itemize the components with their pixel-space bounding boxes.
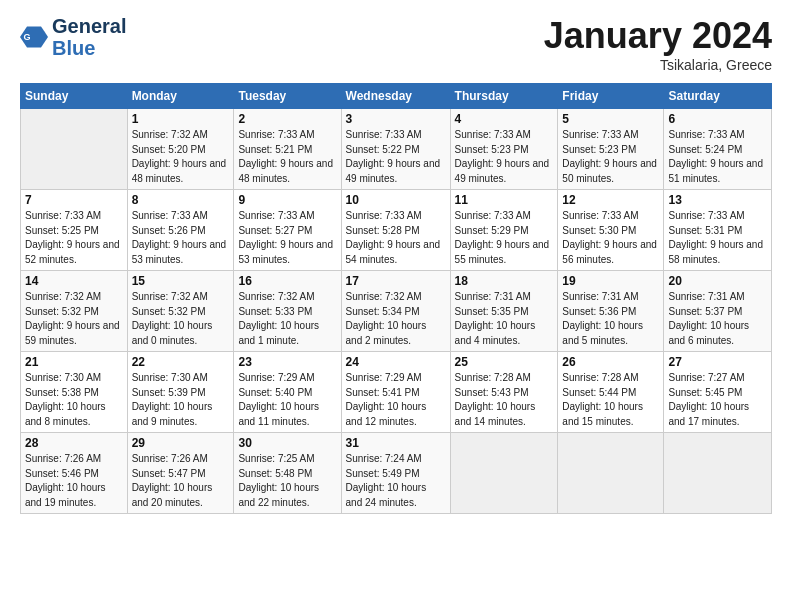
day-info: Sunrise: 7:25 AMSunset: 5:48 PMDaylight:… xyxy=(238,452,336,510)
day-number: 25 xyxy=(455,355,554,369)
day-number: 14 xyxy=(25,274,123,288)
calendar-day-cell xyxy=(450,433,558,514)
svg-text:G: G xyxy=(24,32,31,42)
weekday-header: Friday xyxy=(558,84,664,109)
day-number: 3 xyxy=(346,112,446,126)
day-info: Sunrise: 7:27 AMSunset: 5:45 PMDaylight:… xyxy=(668,371,767,429)
calendar-day-cell xyxy=(21,109,128,190)
day-info: Sunrise: 7:24 AMSunset: 5:49 PMDaylight:… xyxy=(346,452,446,510)
calendar-day-cell: 11Sunrise: 7:33 AMSunset: 5:29 PMDayligh… xyxy=(450,190,558,271)
day-info: Sunrise: 7:32 AMSunset: 5:32 PMDaylight:… xyxy=(132,290,230,348)
calendar-day-cell: 25Sunrise: 7:28 AMSunset: 5:43 PMDayligh… xyxy=(450,352,558,433)
page: G General Blue January 2024 Tsikalaria, … xyxy=(0,0,792,612)
day-info: Sunrise: 7:31 AMSunset: 5:36 PMDaylight:… xyxy=(562,290,659,348)
day-number: 6 xyxy=(668,112,767,126)
calendar-day-cell xyxy=(558,433,664,514)
day-info: Sunrise: 7:30 AMSunset: 5:39 PMDaylight:… xyxy=(132,371,230,429)
day-info: Sunrise: 7:33 AMSunset: 5:24 PMDaylight:… xyxy=(668,128,767,186)
day-info: Sunrise: 7:32 AMSunset: 5:32 PMDaylight:… xyxy=(25,290,123,348)
calendar-day-cell: 10Sunrise: 7:33 AMSunset: 5:28 PMDayligh… xyxy=(341,190,450,271)
month-title: January 2024 xyxy=(544,15,772,57)
calendar-day-cell xyxy=(664,433,772,514)
day-number: 9 xyxy=(238,193,336,207)
calendar-day-cell: 4Sunrise: 7:33 AMSunset: 5:23 PMDaylight… xyxy=(450,109,558,190)
weekday-header: Monday xyxy=(127,84,234,109)
calendar-day-cell: 21Sunrise: 7:30 AMSunset: 5:38 PMDayligh… xyxy=(21,352,128,433)
calendar-day-cell: 12Sunrise: 7:33 AMSunset: 5:30 PMDayligh… xyxy=(558,190,664,271)
calendar-day-cell: 19Sunrise: 7:31 AMSunset: 5:36 PMDayligh… xyxy=(558,271,664,352)
day-number: 7 xyxy=(25,193,123,207)
calendar-week-row: 7Sunrise: 7:33 AMSunset: 5:25 PMDaylight… xyxy=(21,190,772,271)
day-number: 19 xyxy=(562,274,659,288)
calendar-week-row: 1Sunrise: 7:32 AMSunset: 5:20 PMDaylight… xyxy=(21,109,772,190)
day-number: 26 xyxy=(562,355,659,369)
calendar-day-cell: 14Sunrise: 7:32 AMSunset: 5:32 PMDayligh… xyxy=(21,271,128,352)
calendar-day-cell: 8Sunrise: 7:33 AMSunset: 5:26 PMDaylight… xyxy=(127,190,234,271)
calendar-day-cell: 9Sunrise: 7:33 AMSunset: 5:27 PMDaylight… xyxy=(234,190,341,271)
day-number: 21 xyxy=(25,355,123,369)
calendar-day-cell: 20Sunrise: 7:31 AMSunset: 5:37 PMDayligh… xyxy=(664,271,772,352)
day-number: 24 xyxy=(346,355,446,369)
weekday-header: Wednesday xyxy=(341,84,450,109)
day-number: 18 xyxy=(455,274,554,288)
day-info: Sunrise: 7:26 AMSunset: 5:46 PMDaylight:… xyxy=(25,452,123,510)
day-number: 4 xyxy=(455,112,554,126)
calendar-day-cell: 28Sunrise: 7:26 AMSunset: 5:46 PMDayligh… xyxy=(21,433,128,514)
day-info: Sunrise: 7:33 AMSunset: 5:27 PMDaylight:… xyxy=(238,209,336,267)
day-number: 20 xyxy=(668,274,767,288)
title-block: January 2024 Tsikalaria, Greece xyxy=(544,15,772,73)
weekday-header: Sunday xyxy=(21,84,128,109)
location: Tsikalaria, Greece xyxy=(544,57,772,73)
day-info: Sunrise: 7:33 AMSunset: 5:30 PMDaylight:… xyxy=(562,209,659,267)
day-info: Sunrise: 7:32 AMSunset: 5:33 PMDaylight:… xyxy=(238,290,336,348)
calendar-day-cell: 18Sunrise: 7:31 AMSunset: 5:35 PMDayligh… xyxy=(450,271,558,352)
calendar-header-row: SundayMondayTuesdayWednesdayThursdayFrid… xyxy=(21,84,772,109)
calendar-day-cell: 24Sunrise: 7:29 AMSunset: 5:41 PMDayligh… xyxy=(341,352,450,433)
day-info: Sunrise: 7:28 AMSunset: 5:44 PMDaylight:… xyxy=(562,371,659,429)
calendar-day-cell: 30Sunrise: 7:25 AMSunset: 5:48 PMDayligh… xyxy=(234,433,341,514)
calendar-day-cell: 13Sunrise: 7:33 AMSunset: 5:31 PMDayligh… xyxy=(664,190,772,271)
day-number: 2 xyxy=(238,112,336,126)
day-info: Sunrise: 7:29 AMSunset: 5:40 PMDaylight:… xyxy=(238,371,336,429)
day-number: 13 xyxy=(668,193,767,207)
day-info: Sunrise: 7:28 AMSunset: 5:43 PMDaylight:… xyxy=(455,371,554,429)
day-info: Sunrise: 7:31 AMSunset: 5:37 PMDaylight:… xyxy=(668,290,767,348)
calendar-day-cell: 27Sunrise: 7:27 AMSunset: 5:45 PMDayligh… xyxy=(664,352,772,433)
calendar-table: SundayMondayTuesdayWednesdayThursdayFrid… xyxy=(20,83,772,514)
day-info: Sunrise: 7:32 AMSunset: 5:20 PMDaylight:… xyxy=(132,128,230,186)
weekday-header: Thursday xyxy=(450,84,558,109)
day-info: Sunrise: 7:32 AMSunset: 5:34 PMDaylight:… xyxy=(346,290,446,348)
day-number: 11 xyxy=(455,193,554,207)
day-info: Sunrise: 7:33 AMSunset: 5:22 PMDaylight:… xyxy=(346,128,446,186)
day-number: 12 xyxy=(562,193,659,207)
day-info: Sunrise: 7:33 AMSunset: 5:23 PMDaylight:… xyxy=(455,128,554,186)
calendar-day-cell: 5Sunrise: 7:33 AMSunset: 5:23 PMDaylight… xyxy=(558,109,664,190)
logo-text: General Blue xyxy=(52,15,126,59)
logo: G General Blue xyxy=(20,15,126,59)
calendar-day-cell: 3Sunrise: 7:33 AMSunset: 5:22 PMDaylight… xyxy=(341,109,450,190)
calendar-day-cell: 17Sunrise: 7:32 AMSunset: 5:34 PMDayligh… xyxy=(341,271,450,352)
calendar-week-row: 14Sunrise: 7:32 AMSunset: 5:32 PMDayligh… xyxy=(21,271,772,352)
day-info: Sunrise: 7:26 AMSunset: 5:47 PMDaylight:… xyxy=(132,452,230,510)
day-info: Sunrise: 7:33 AMSunset: 5:31 PMDaylight:… xyxy=(668,209,767,267)
day-number: 22 xyxy=(132,355,230,369)
day-number: 29 xyxy=(132,436,230,450)
day-info: Sunrise: 7:33 AMSunset: 5:23 PMDaylight:… xyxy=(562,128,659,186)
header: G General Blue January 2024 Tsikalaria, … xyxy=(20,15,772,73)
day-number: 28 xyxy=(25,436,123,450)
calendar-day-cell: 7Sunrise: 7:33 AMSunset: 5:25 PMDaylight… xyxy=(21,190,128,271)
calendar-week-row: 21Sunrise: 7:30 AMSunset: 5:38 PMDayligh… xyxy=(21,352,772,433)
day-info: Sunrise: 7:33 AMSunset: 5:26 PMDaylight:… xyxy=(132,209,230,267)
calendar-day-cell: 29Sunrise: 7:26 AMSunset: 5:47 PMDayligh… xyxy=(127,433,234,514)
day-number: 1 xyxy=(132,112,230,126)
day-number: 27 xyxy=(668,355,767,369)
logo-icon: G xyxy=(20,23,48,51)
day-number: 31 xyxy=(346,436,446,450)
day-number: 16 xyxy=(238,274,336,288)
calendar-day-cell: 26Sunrise: 7:28 AMSunset: 5:44 PMDayligh… xyxy=(558,352,664,433)
calendar-day-cell: 6Sunrise: 7:33 AMSunset: 5:24 PMDaylight… xyxy=(664,109,772,190)
day-number: 15 xyxy=(132,274,230,288)
day-number: 17 xyxy=(346,274,446,288)
calendar-day-cell: 1Sunrise: 7:32 AMSunset: 5:20 PMDaylight… xyxy=(127,109,234,190)
day-info: Sunrise: 7:33 AMSunset: 5:29 PMDaylight:… xyxy=(455,209,554,267)
